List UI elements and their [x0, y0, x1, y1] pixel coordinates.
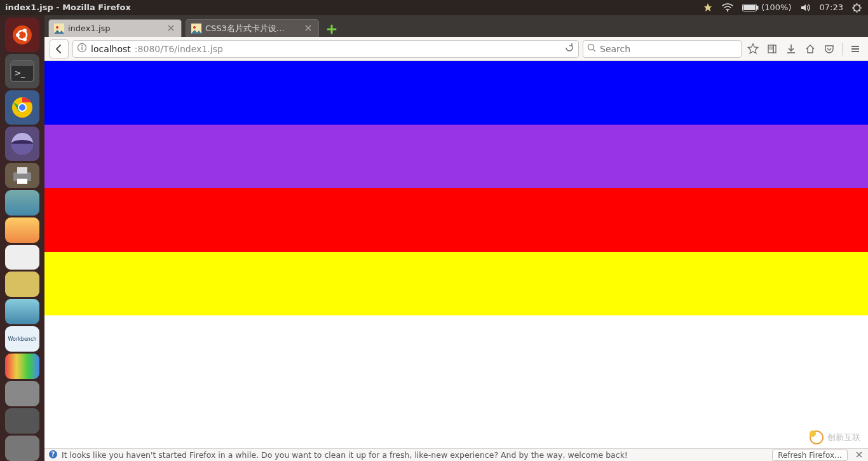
session-gear-icon[interactable]	[852, 3, 862, 13]
hamburger-menu-icon[interactable]	[848, 41, 863, 57]
url-bar[interactable]: localhost:8080/T6/index1.jsp	[72, 40, 579, 58]
launcher-app-6[interactable]	[5, 354, 39, 379]
launcher-app-3[interactable]	[5, 245, 39, 270]
bookmark-star-icon[interactable]	[745, 41, 761, 57]
launcher-chrome[interactable]	[5, 90, 39, 125]
network-icon[interactable]	[722, 3, 733, 12]
launcher-app-8[interactable]	[5, 408, 39, 434]
system-menubar: index1.jsp - Mozilla Firefox (100%) 07:2…	[0, 0, 868, 15]
svg-text:?: ?	[51, 451, 55, 458]
updates-icon[interactable]	[703, 3, 713, 13]
favicon-icon	[191, 24, 201, 34]
svg-text:>_: >_	[15, 69, 25, 78]
svg-rect-19	[17, 167, 27, 174]
refresh-infobar: ? It looks like you haven't started Fire…	[44, 448, 868, 461]
browser-tab-0[interactable]: index1.jsp	[48, 19, 182, 37]
unity-launcher: >_ Workbench	[0, 15, 44, 461]
toolbar-separator	[842, 43, 843, 55]
tab-close-icon[interactable]	[167, 24, 176, 33]
launcher-app-9[interactable]	[5, 436, 39, 461]
launcher-app-5[interactable]	[5, 299, 39, 324]
svg-point-0	[727, 10, 728, 11]
svg-rect-2	[757, 6, 759, 10]
battery-text: (100%)	[761, 0, 791, 15]
browser-tabstrip: index1.jsp CSS3名片式卡片设…	[44, 15, 868, 37]
search-input[interactable]	[600, 44, 737, 54]
svg-rect-3	[743, 5, 756, 10]
svg-point-26	[81, 45, 83, 46]
svg-rect-30	[773, 45, 776, 53]
tab-close-icon[interactable]	[304, 24, 313, 33]
svg-point-24	[193, 26, 196, 29]
page-content	[44, 61, 868, 461]
search-box[interactable]	[583, 40, 742, 58]
window-title: index1.jsp - Mozilla Firefox	[0, 0, 131, 15]
url-path: :8080/T6/index1.jsp	[135, 44, 223, 54]
launcher-terminal[interactable]: >_	[5, 54, 39, 88]
battery-icon[interactable]: (100%)	[742, 0, 791, 15]
nav-back-button[interactable]	[50, 39, 69, 58]
browser-toolbar: localhost:8080/T6/index1.jsp	[44, 37, 868, 61]
launcher-app-1[interactable]	[5, 190, 39, 216]
pocket-icon[interactable]	[822, 41, 837, 57]
refresh-firefox-button[interactable]: Refresh Firefox…	[772, 450, 848, 461]
tab-label: CSS3名片式卡片设…	[205, 23, 301, 34]
tab-label: index1.jsp	[68, 24, 163, 33]
launcher-eclipse[interactable]	[5, 127, 39, 161]
site-info-icon[interactable]	[77, 43, 87, 55]
new-tab-button[interactable]	[323, 22, 341, 37]
browser-tab-1[interactable]: CSS3名片式卡片设…	[186, 19, 319, 37]
search-icon	[587, 43, 596, 55]
svg-point-15	[19, 104, 25, 111]
launcher-app-2[interactable]	[5, 217, 39, 243]
favicon-icon	[54, 24, 64, 34]
content-stripe-2	[44, 188, 868, 252]
volume-icon[interactable]	[801, 3, 811, 12]
system-tray: (100%) 07:23	[703, 0, 868, 15]
infobar-close-icon[interactable]	[855, 451, 864, 460]
reload-icon[interactable]	[564, 43, 574, 55]
infobar-message: It looks like you haven't started Firefo…	[62, 450, 628, 460]
info-question-icon: ?	[48, 450, 58, 461]
content-stripe-1	[44, 125, 868, 188]
launcher-printer[interactable]	[5, 163, 39, 188]
library-icon[interactable]	[764, 41, 780, 57]
home-icon[interactable]	[803, 41, 818, 57]
svg-rect-11	[11, 61, 34, 66]
svg-point-28	[588, 45, 594, 50]
content-stripe-0	[44, 61, 868, 125]
svg-point-5	[13, 25, 32, 45]
launcher-app-4[interactable]	[5, 272, 39, 297]
launcher-app-7[interactable]	[5, 381, 39, 406]
svg-point-22	[56, 26, 58, 29]
svg-rect-27	[81, 47, 82, 50]
svg-rect-20	[17, 179, 27, 184]
clock-text: 07:23	[820, 0, 843, 15]
downloads-icon[interactable]	[783, 41, 799, 57]
content-stripe-3	[44, 252, 868, 315]
launcher-workbench[interactable]: Workbench	[5, 326, 39, 352]
launcher-dash[interactable]	[5, 18, 39, 52]
url-host: localhost	[91, 44, 131, 54]
refresh-firefox-label: Refresh Firefox…	[778, 451, 842, 460]
